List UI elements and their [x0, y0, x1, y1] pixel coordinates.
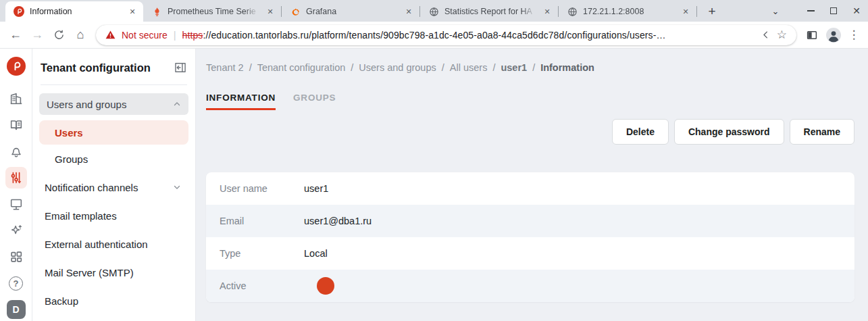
monitoring-monitor-icon[interactable] [5, 193, 27, 215]
sidebar-item-email-templates[interactable]: Email templates [39, 201, 188, 230]
forward-button[interactable]: → [27, 25, 47, 45]
sidebar-item-backup[interactable]: Backup [39, 287, 188, 315]
breadcrumb-item[interactable]: Users and groups [359, 62, 436, 73]
breadcrumb-item[interactable]: All users [450, 62, 488, 73]
side-panel-icon[interactable] [802, 25, 822, 45]
breadcrumb-item[interactable]: user1 [501, 62, 527, 73]
breadcrumb-item-current: Information [540, 62, 594, 73]
maximize-button[interactable] [822, 0, 845, 22]
tab-close-icon[interactable]: ✕ [127, 6, 138, 17]
url-rest: ://education.tantorlabs.ru/platform/tena… [203, 30, 665, 41]
tab-information[interactable]: INFORMATION [206, 93, 276, 110]
breadcrumb-item[interactable]: Tenant configuration [257, 62, 346, 73]
action-buttons: Delete Change password Rename [206, 119, 854, 145]
breadcrumb-separator: / [532, 62, 535, 73]
minimize-button[interactable] [799, 0, 822, 22]
url-text[interactable]: https://education.tantorlabs.ru/platform… [182, 30, 755, 41]
detail-label: Active [220, 280, 304, 291]
tenants-icon[interactable] [5, 88, 27, 109]
browser-tab-information[interactable]: Information ✕ [5, 1, 143, 22]
chevron-up-icon [172, 99, 182, 109]
toggle-knob [317, 277, 334, 295]
sidebar-title: Tenant configuration [41, 61, 151, 74]
browser-window: Information ✕ Prometheus Time Serie ✕ Gr… [0, 0, 868, 321]
back-button[interactable]: ← [5, 25, 26, 45]
browser-tab-grafana[interactable]: Grafana ✕ [282, 1, 419, 22]
delete-button[interactable]: Delete [612, 119, 669, 145]
globe-icon [567, 6, 578, 17]
browser-tab-statistics[interactable]: Statistics Report for HA ✕ [420, 1, 558, 22]
close-window-button[interactable]: ✕ [845, 0, 868, 22]
tab-close-icon[interactable]: ✕ [265, 6, 276, 17]
browser-tab-strip: Information ✕ Prometheus Time Serie ✕ Gr… [0, 0, 868, 22]
tab-list-chevron-icon[interactable]: ⌄ [764, 0, 787, 22]
detail-label: Email [220, 216, 304, 226]
tab-close-icon[interactable]: ✕ [680, 6, 691, 17]
detail-value: user1@dba1.ru [304, 216, 372, 226]
globe-icon [428, 6, 439, 17]
main-content: Tenant 2 / Tenant configuration / Users … [196, 49, 868, 321]
change-password-button[interactable]: Change password [674, 119, 784, 145]
help-icon[interactable]: ? [5, 272, 27, 294]
tab-groups[interactable]: GROUPS [293, 93, 336, 110]
documentation-icon[interactable] [5, 114, 27, 136]
apps-grid-icon[interactable] [5, 246, 27, 268]
notifications-bell-icon[interactable] [5, 141, 27, 162]
sidebar-item-groups[interactable]: Groups [39, 145, 188, 173]
collapse-panel-icon[interactable] [174, 61, 187, 74]
sidebar-item-users[interactable]: Users [39, 120, 188, 145]
detail-value: user1 [304, 183, 328, 194]
rename-button[interactable]: Rename [790, 119, 854, 145]
breadcrumb-separator: / [492, 62, 495, 73]
sidebar-divider [41, 84, 187, 85]
magic-sparkle-icon[interactable] [5, 220, 27, 241]
breadcrumb-item[interactable]: Tenant 2 [206, 62, 244, 73]
sidebar-panel: Tenant configuration Users and groups Us… [32, 49, 196, 321]
active-toggle[interactable] [305, 279, 331, 293]
browser-toolbar: ← → ⌂ Not secure | https://education.tan… [0, 22, 868, 49]
detail-row-email: Email user1@dba1.ru [206, 205, 854, 237]
minimize-icon [807, 10, 815, 11]
tab-title: Prometheus Time Serie [168, 7, 259, 16]
sidebar-item-notification-channels[interactable]: Notification channels [39, 173, 188, 201]
breadcrumb: Tenant 2 / Tenant configuration / Users … [206, 62, 854, 73]
address-bar[interactable]: Not secure | https://education.tantorlab… [96, 25, 796, 45]
maximize-icon [830, 7, 837, 14]
browser-tab-ip-address[interactable]: 172.21.1.2:8008 ✕ [559, 1, 696, 22]
share-icon[interactable] [761, 30, 771, 40]
tab-title: Grafana [306, 7, 398, 16]
grafana-logo-icon [290, 6, 301, 17]
bookmark-star-icon[interactable]: ☆ [777, 28, 787, 42]
user-details-card: User name user1 Email user1@dba1.ru Type… [206, 172, 854, 302]
tab-close-icon[interactable]: ✕ [542, 6, 553, 17]
user-avatar[interactable]: D [7, 300, 26, 319]
not-secure-label[interactable]: Not secure [122, 30, 168, 41]
omnibox-divider: | [174, 29, 176, 41]
tab-close-icon[interactable]: ✕ [403, 6, 414, 17]
profile-avatar[interactable] [823, 25, 844, 45]
tantor-logo[interactable] [7, 57, 26, 76]
new-tab-button[interactable]: + [704, 4, 720, 19]
chevron-down-icon [172, 182, 182, 192]
detail-label: Type [220, 248, 304, 259]
not-secure-warning-icon[interactable] [105, 30, 116, 40]
prometheus-logo-icon [151, 6, 162, 17]
breadcrumb-separator: / [249, 62, 252, 73]
tab-title: 172.21.1.2:8008 [583, 7, 675, 16]
tab-separator [696, 6, 697, 17]
breadcrumb-separator: / [442, 62, 444, 73]
app-frame: ? D Tenant configuration Users and group… [0, 49, 868, 321]
reload-button[interactable] [49, 25, 69, 45]
configuration-sliders-icon[interactable] [5, 167, 27, 189]
sidebar-item-users-and-groups[interactable]: Users and groups [39, 93, 188, 115]
browser-tab-prometheus[interactable]: Prometheus Time Serie ✕ [143, 1, 281, 22]
tab-title: Information [30, 7, 122, 16]
url-scheme: https [182, 30, 203, 41]
sidebar-item-external-authentication[interactable]: External authentication [39, 230, 188, 258]
detail-row-type: Type Local [206, 237, 854, 270]
home-button[interactable]: ⌂ [70, 25, 91, 45]
tab-title: Statistics Report for HA [444, 7, 536, 16]
breadcrumb-separator: / [351, 62, 353, 73]
browser-menu-kebab-icon[interactable]: ⋮ [845, 25, 863, 45]
sidebar-item-mail-server[interactable]: Mail Server (SMTP) [39, 258, 188, 287]
